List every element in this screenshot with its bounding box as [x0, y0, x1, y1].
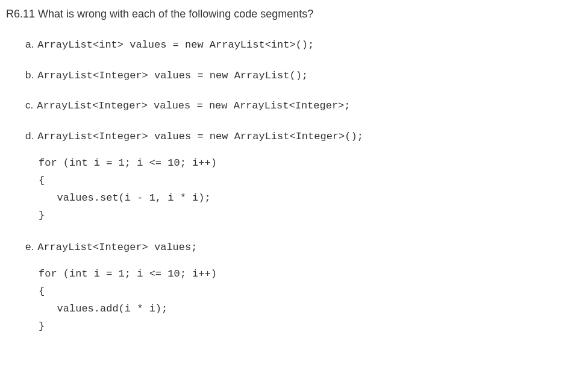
item-label-d: d. [25, 128, 34, 144]
item-label-c: c. [25, 98, 33, 113]
item-code-a: ArrayList<int> values = new ArrayList<in… [37, 37, 314, 53]
item-codeblock-e: for (int i = 1; i <= 10; i++) { values.a… [25, 266, 588, 336]
item-label-a: a. [25, 37, 34, 52]
item-b: b. ArrayList<Integer> values = new Array… [25, 67, 588, 84]
question-heading: R6.11 What is wrong with each of the fol… [6, 6, 588, 22]
item-line: c. ArrayList<Integer> values = new Array… [25, 98, 588, 114]
item-code-c: ArrayList<Integer> values = new ArrayLis… [37, 98, 350, 114]
item-line: a. ArrayList<int> values = new ArrayList… [25, 37, 588, 53]
item-code-e: ArrayList<Integer> values; [37, 240, 197, 255]
item-code-d: ArrayList<Integer> values = new ArrayLis… [37, 129, 363, 145]
item-c: c. ArrayList<Integer> values = new Array… [25, 98, 588, 114]
item-label-b: b. [25, 67, 34, 83]
item-codeblock-d: for (int i = 1; i <= 10; i++) { values.s… [25, 155, 588, 225]
item-a: a. ArrayList<int> values = new ArrayList… [25, 37, 588, 53]
item-line: e. ArrayList<Integer> values; [25, 239, 588, 255]
items-wrapper: a. ArrayList<int> values = new ArrayList… [6, 37, 588, 336]
item-code-b: ArrayList<Integer> values = new ArrayLis… [37, 68, 308, 84]
item-label-e: e. [25, 239, 34, 255]
item-line: b. ArrayList<Integer> values = new Array… [25, 67, 588, 84]
item-e: e. ArrayList<Integer> values; for (int i… [25, 239, 588, 336]
item-d: d. ArrayList<Integer> values = new Array… [25, 128, 588, 225]
item-line: d. ArrayList<Integer> values = new Array… [25, 128, 588, 145]
